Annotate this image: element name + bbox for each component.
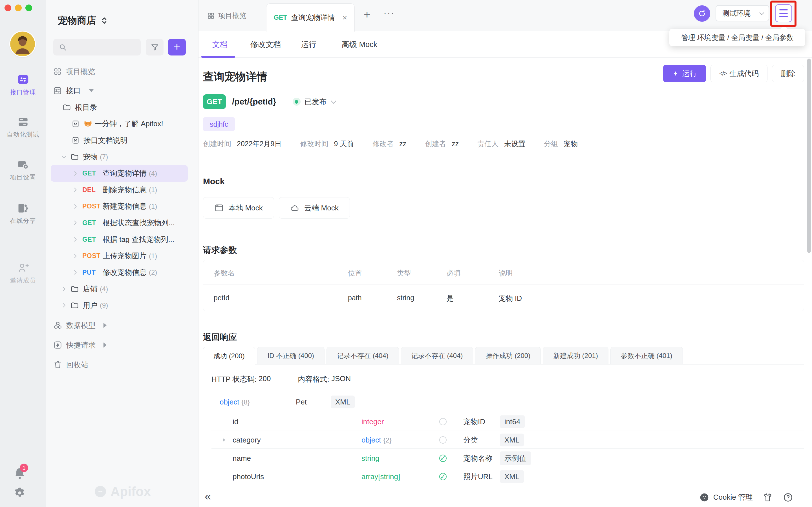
tree-folder-row[interactable]: 店铺(4)	[51, 281, 188, 297]
cookie-manager-button[interactable]: Cookie 管理	[699, 492, 753, 503]
tree-item-label: 根据 tag 查找宠物列...	[103, 235, 174, 244]
subtab-doc[interactable]: 文档	[212, 31, 227, 58]
schema-row-id[interactable]: idinteger宠物IDint64	[199, 413, 812, 431]
chevron-down-icon[interactable]	[331, 98, 336, 104]
gear-icon[interactable]	[13, 486, 27, 500]
subtab-advanced-mock[interactable]: 高级 Mock	[342, 31, 377, 58]
tree-doc-row[interactable]: 一分钟，了解 Apifox!	[51, 116, 188, 132]
rail-item-online-sharing[interactable]: 在线分享	[0, 202, 46, 225]
response-tab-0[interactable]: 成功 (200)	[203, 347, 255, 365]
tree-endpoint-row[interactable]: GET查询宠物详情(4)	[51, 165, 188, 182]
endpoint-tag[interactable]: sdjhfc	[203, 117, 235, 131]
generate-code-button[interactable]: </> 生成代码	[711, 65, 767, 82]
new-tab-button[interactable]: +	[364, 8, 370, 21]
chevron-right-icon	[72, 203, 79, 210]
environment-manage-button[interactable]	[775, 4, 792, 22]
schema-field-badge: XML	[500, 470, 524, 483]
sidebar-item-data-models[interactable]: 数据模型	[46, 316, 199, 335]
settings-panel-icon	[0, 159, 46, 171]
response-tab-1[interactable]: ID 不正确 (400)	[257, 347, 324, 364]
tab-project-overview[interactable]: 项目概览	[207, 0, 246, 31]
sidebar-item-project-overview[interactable]: 项目概览	[46, 64, 199, 79]
lightning-icon	[672, 70, 679, 77]
tree-item-count: (4)	[100, 285, 108, 293]
tree-endpoint-row[interactable]: PUT修改宠物信息(2)	[51, 264, 188, 281]
sidebar-item-recycle-bin[interactable]: 回收站	[46, 355, 199, 375]
schema-row-category[interactable]: categoryobject{2}分类XML	[199, 431, 812, 449]
close-icon[interactable]: ×	[343, 13, 347, 22]
more-tabs-button[interactable]: ···	[384, 7, 395, 18]
tree-folder-row[interactable]: 宠物(7)	[51, 149, 188, 165]
funnel-icon	[150, 43, 159, 52]
filter-button[interactable]	[146, 39, 163, 55]
tree-endpoint-row[interactable]: POST上传宠物图片(1)	[51, 247, 188, 264]
local-mock-card[interactable]: 本地 Mock	[203, 197, 274, 219]
caret-down-icon[interactable]	[89, 89, 94, 92]
sidebar-item-label: 数据模型	[66, 321, 96, 330]
response-tab-4[interactable]: 操作成功 (200)	[475, 347, 541, 364]
subtab-edit-doc[interactable]: 修改文档	[250, 31, 281, 58]
api-box-icon	[53, 86, 62, 95]
response-tab-5[interactable]: 新建成功 (201)	[543, 347, 608, 364]
rail-divider	[4, 241, 42, 241]
status-badge: 已发布	[305, 97, 326, 107]
tree-endpoint-row[interactable]: GET根据 tag 查找宠物列...	[51, 231, 188, 248]
schema-root-name: Pet	[296, 398, 307, 406]
cloud-mock-card[interactable]: 云端 Mock	[279, 197, 350, 219]
tab-endpoint-active[interactable]: GET 查询宠物详情 ×	[266, 3, 355, 32]
zoom-window-button[interactable]	[26, 4, 32, 11]
rail-item-project-settings[interactable]: 项目设置	[0, 159, 46, 182]
theme-tshirt-icon[interactable]	[762, 492, 773, 503]
sidebar-item-quick-request[interactable]: 快捷请求	[46, 335, 199, 355]
meta-label: 责任人	[477, 139, 499, 149]
sidebar-section-label: 接口	[66, 86, 81, 96]
response-tab-6[interactable]: 参数不正确 (401)	[610, 347, 683, 364]
schema-root-row[interactable]: object{8}PetXML	[199, 393, 812, 411]
environment-selector[interactable]: 测试环境	[716, 5, 769, 21]
required-check-icon: ✓	[439, 473, 447, 480]
page-title: 查询宠物详情	[203, 69, 267, 84]
scrollbar[interactable]	[807, 59, 811, 253]
schema-row-photoUrls[interactable]: photoUrlsarray[string]✓照片URLXML	[199, 467, 812, 486]
tree-folder-row[interactable]: 根目录	[51, 99, 188, 116]
tree-endpoint-row[interactable]: DEL删除宠物信息(1)	[51, 182, 188, 198]
rail-item-automated-testing[interactable]: 自动化测试	[0, 116, 46, 139]
meta-label: 创建时间	[203, 139, 231, 149]
request-params-table: 参数名位置类型必填说明petIdpathstring是宠物 ID	[203, 260, 804, 311]
search-input[interactable]	[53, 39, 141, 55]
tree-endpoint-row[interactable]: POST新建宠物信息(1)	[51, 198, 188, 215]
delete-button[interactable]: 删除	[772, 65, 804, 82]
meta-pair: 修改时间9 天前	[300, 139, 354, 149]
rail-item-label: 在线分享	[0, 217, 46, 225]
collapse-sidebar-button[interactable]: «	[205, 490, 211, 503]
method-badge: GET	[203, 94, 226, 109]
close-window-button[interactable]	[4, 4, 11, 11]
sidebar-section-api[interactable]: 接口	[46, 83, 199, 98]
schema-row-name[interactable]: namestring✓宠物名称示例值	[199, 449, 812, 467]
tab-method: GET	[274, 14, 287, 21]
expand-arrow-icon[interactable]	[223, 438, 225, 442]
avatar[interactable]	[10, 32, 35, 56]
schema-field-desc: 宠物名称	[463, 453, 493, 463]
chevron-down-icon	[61, 154, 67, 160]
add-button[interactable]: +	[168, 39, 186, 55]
tree-endpoint-row[interactable]: GET根据状态查找宠物列...	[51, 215, 188, 231]
schema-field-type: array[string]	[361, 472, 400, 481]
rail-item-label: 邀请成员	[0, 276, 46, 285]
tree-folder-row[interactable]: 用户(9)	[51, 297, 188, 314]
tree-doc-row[interactable]: 接口文档说明	[51, 132, 188, 149]
rail-item-api-management[interactable]: 接口管理	[0, 73, 46, 97]
notification-badge: 1	[20, 464, 28, 472]
run-button[interactable]: 运行	[663, 65, 706, 82]
endpoint-method-row: GET /pet/{petId} 已发布	[203, 94, 336, 109]
response-tab-3[interactable]: 记录不存在 (404)	[401, 347, 473, 364]
rail-item-invite-members[interactable]: 邀请成员	[0, 262, 46, 285]
minimize-window-button[interactable]	[15, 4, 22, 11]
fox-icon	[84, 119, 93, 128]
help-icon[interactable]	[783, 492, 794, 503]
cloud-icon	[290, 203, 300, 213]
response-tab-2[interactable]: 记录不存在 (404)	[326, 347, 399, 364]
project-switcher[interactable]: 宠物商店	[58, 14, 109, 27]
sync-button[interactable]	[694, 5, 710, 22]
subtab-run[interactable]: 运行	[301, 31, 316, 58]
